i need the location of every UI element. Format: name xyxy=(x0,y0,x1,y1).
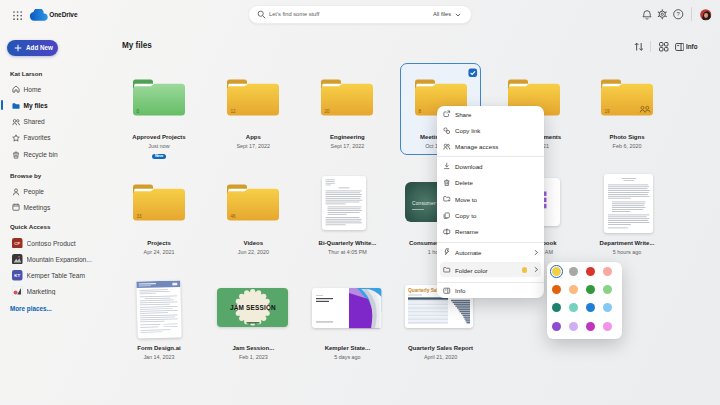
svg-text:12: 12 xyxy=(231,109,237,114)
svg-text:20: 20 xyxy=(325,109,331,114)
svg-text:8: 8 xyxy=(418,109,421,114)
svg-text:33: 33 xyxy=(137,214,143,219)
svg-text:0: 0 xyxy=(137,109,140,114)
svg-text:JAM SESSION: JAM SESSION xyxy=(230,304,276,311)
svg-text:KT: KT xyxy=(14,273,20,278)
svg-text:19: 19 xyxy=(605,109,611,114)
svg-text:?: ? xyxy=(677,11,681,17)
svg-text:CP: CP xyxy=(14,241,20,246)
svg-text:46: 46 xyxy=(231,214,237,219)
